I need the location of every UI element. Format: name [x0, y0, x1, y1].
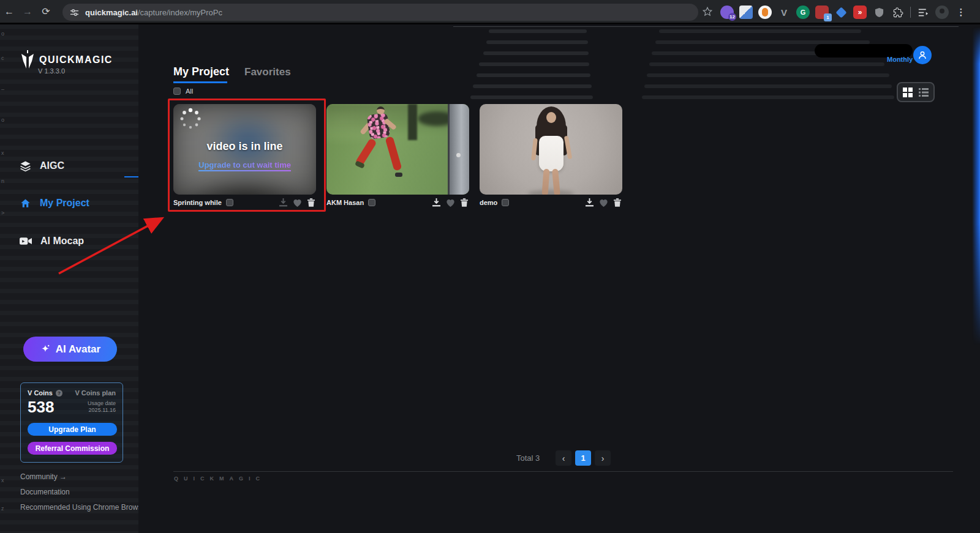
sidebar-item-aigc[interactable]: AIGC: [0, 155, 138, 176]
edge-glyph: z: [1, 505, 4, 512]
favorite-heart-icon[interactable]: [598, 198, 608, 207]
logo-text: QUICKMAGIC: [39, 54, 113, 65]
card-title: Sprinting while: [173, 199, 222, 206]
edge-glyph: –: [1, 86, 4, 92]
ext-orange-icon[interactable]: [758, 6, 772, 19]
sidebar-item-my-project[interactable]: My Project: [0, 193, 138, 214]
favorite-heart-icon[interactable]: [292, 198, 302, 207]
ai-avatar-button[interactable]: AI Avatar: [23, 337, 117, 362]
home-icon: [20, 198, 31, 209]
browser-profile-avatar[interactable]: [935, 6, 949, 19]
chrome-recommendation-note: Recommended Using Chrome Browser: [20, 503, 148, 512]
delete-trash-icon[interactable]: [459, 198, 469, 207]
playlist-icon[interactable]: [916, 6, 930, 19]
footer-watermark: QUICKMAGIC: [174, 475, 265, 482]
list-view-button[interactable]: [917, 86, 930, 99]
profile-head: [940, 9, 944, 13]
download-icon[interactable]: [278, 198, 288, 207]
project-card-sprinting-while[interactable]: video is in line Upgrade to cut wait tim…: [173, 104, 316, 195]
edge-glyph: o: [1, 117, 4, 123]
url-site: quickmagic.ai: [85, 8, 138, 17]
view-toggle: [897, 82, 935, 102]
ext-tag-icon[interactable]: [834, 6, 848, 19]
app-logo: QUICKMAGIC: [20, 50, 113, 70]
ext-orange-glyph: [762, 8, 768, 17]
ai-avatar-label: AI Avatar: [56, 343, 100, 356]
browser-menu-icon[interactable]: ⋮: [954, 6, 968, 19]
tab-favorites[interactable]: Favorites: [244, 66, 291, 78]
card-checkbox[interactable]: [502, 199, 509, 206]
download-icon[interactable]: [584, 198, 594, 207]
queue-status-text: video is in line: [173, 140, 316, 153]
delete-trash-icon[interactable]: [612, 198, 622, 207]
back-icon[interactable]: ←: [0, 6, 18, 17]
edge-glyph: >: [1, 210, 4, 216]
loading-spinner-icon: [179, 108, 202, 130]
footer-divider: [173, 471, 953, 472]
layers-icon: [20, 160, 31, 172]
active-tab-underline: [173, 81, 227, 83]
favorite-heart-icon[interactable]: [445, 198, 455, 207]
vcoins-balance: 538: [28, 399, 54, 415]
sidebar-item-ai-mocap[interactable]: AI Mocap: [0, 231, 138, 252]
gate-structure: [448, 104, 469, 195]
quickmagic-logo-icon: [20, 50, 35, 70]
content-top-divider: [453, 26, 959, 27]
sidebar-item-label: My Project: [40, 198, 89, 209]
select-all-label: All: [186, 88, 193, 95]
address-bar[interactable]: quickmagic.ai/capture/index/myProPc: [62, 4, 698, 21]
site-settings-icon[interactable]: [70, 8, 79, 17]
grid-view-button[interactable]: [901, 86, 914, 99]
usage-date: Usage date2025.11.16: [88, 400, 116, 415]
project-card-akm-hasan[interactable]: [326, 104, 469, 195]
sparkle-icon: [40, 344, 51, 355]
card-checkbox[interactable]: [368, 199, 375, 206]
community-link[interactable]: Community →: [20, 472, 67, 481]
skeleton-group-right: [642, 29, 894, 106]
ext-purple-icon[interactable]: 12: [720, 6, 734, 19]
tag-shape: [835, 7, 846, 18]
vcoins-plan-label[interactable]: V Coins plan: [75, 389, 116, 397]
edge-glyph: x: [1, 150, 4, 156]
video-camera-icon: [20, 236, 32, 246]
sidebar-item-label: AI Mocap: [40, 236, 84, 247]
ext-doc-icon[interactable]: [739, 6, 753, 19]
toolbar-divider: [910, 7, 911, 18]
ext-v-icon[interactable]: V: [777, 6, 791, 19]
url-text: quickmagic.ai/capture/index/myProPc: [85, 8, 222, 17]
sidebar-item-label: AIGC: [40, 160, 64, 171]
download-icon[interactable]: [431, 198, 441, 207]
ext-red-badge: 1: [824, 13, 832, 21]
pagination-total: Total 3: [516, 453, 540, 463]
vcoins-info-icon[interactable]: ?: [56, 390, 62, 397]
person-icon: [917, 50, 928, 61]
ext-red-badged-icon[interactable]: 1: [815, 6, 829, 19]
delete-trash-icon[interactable]: [306, 198, 316, 207]
forward-icon[interactable]: →: [18, 6, 37, 17]
plan-badge: Monthly: [887, 56, 913, 63]
referral-commission-button[interactable]: Referral Commission: [28, 442, 117, 455]
ext-red2-icon[interactable]: »: [853, 6, 867, 19]
ext-shield-icon[interactable]: [872, 6, 886, 19]
reload-icon[interactable]: ⟳: [37, 6, 55, 17]
documentation-link[interactable]: Documentation: [20, 488, 70, 496]
pagination-next-button[interactable]: ›: [595, 450, 611, 466]
usage-date-label: Usage date: [88, 400, 116, 406]
vcoins-panel: V Coins ? V Coins plan 538 Usage date202…: [20, 382, 123, 463]
card-checkbox[interactable]: [226, 199, 233, 206]
upgrade-wait-link[interactable]: Upgrade to cut wait time: [198, 160, 291, 171]
vcoins-label: V Coins: [28, 389, 53, 397]
extensions-puzzle-icon[interactable]: [891, 6, 905, 19]
project-card-demo[interactable]: [480, 104, 622, 195]
ext-grammarly-icon[interactable]: G: [796, 6, 810, 19]
card-title: demo: [480, 199, 497, 206]
bookmark-star-icon[interactable]: [702, 6, 713, 17]
upgrade-plan-button[interactable]: Upgrade Plan: [28, 423, 117, 436]
tab-my-project[interactable]: My Project: [173, 65, 229, 78]
url-path: /capture/index/myProPc: [138, 8, 222, 17]
select-all-checkbox[interactable]: [173, 88, 181, 95]
user-avatar[interactable]: [913, 46, 932, 64]
edge-glyph: x: [1, 477, 4, 483]
pagination-prev-button[interactable]: ‹: [556, 450, 571, 466]
pagination-page-1[interactable]: 1: [575, 450, 591, 466]
